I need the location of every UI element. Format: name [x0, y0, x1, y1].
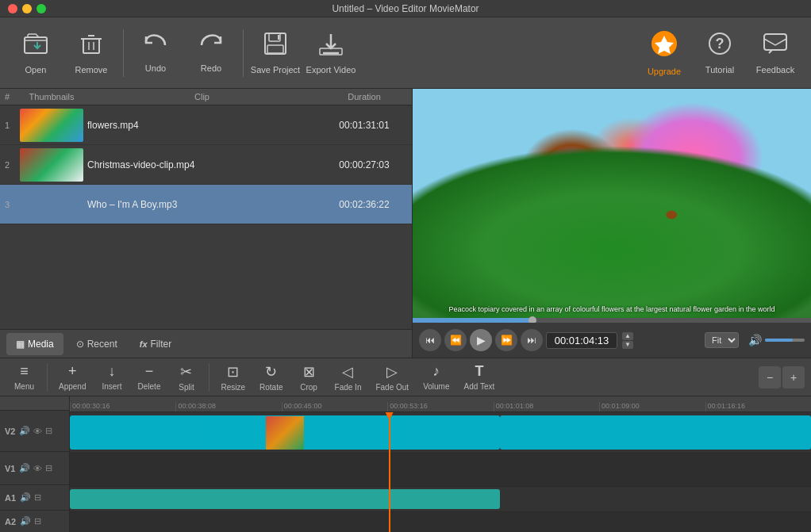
play-button[interactable]: ▶	[470, 329, 492, 351]
media-clip-1: flowers.mp4	[87, 120, 317, 131]
ruler-tick-2: 00:00:38:08	[175, 402, 281, 411]
right-panel: Peacock topiary covered in an array of c…	[413, 89, 811, 358]
clip-block-v2-left[interactable]	[70, 415, 500, 450]
time-stepper: ▲ ▼	[622, 332, 633, 349]
track-row-v2[interactable]	[70, 412, 811, 454]
upgrade-label: Upgrade	[648, 67, 681, 76]
track-lock-a1[interactable]: 🔊	[19, 492, 32, 503]
track-label-a2: A2 🔊 ⊟	[0, 511, 69, 532]
zoom-controls: − +	[759, 366, 805, 388]
crop-label: Crop	[300, 383, 317, 392]
add-text-icon: T	[475, 363, 483, 380]
track-name-a1: A1	[5, 493, 16, 503]
redo-button[interactable]: Redo	[183, 21, 239, 85]
clip-block-v2-right[interactable]	[500, 415, 811, 450]
media-row-num-1: 1	[0, 121, 16, 130]
save-label: Save Project	[251, 65, 300, 75]
track-icons-v1: 🔊 👁 ⊟	[18, 462, 53, 474]
volume-slider[interactable]	[765, 339, 805, 342]
track-mute-a1[interactable]: ⊟	[33, 492, 42, 503]
remove-button[interactable]: Remove	[63, 21, 119, 85]
split-tool[interactable]: ✂ Split	[168, 360, 204, 395]
volume-tl-icon: ♪	[432, 363, 440, 380]
delete-tool[interactable]: − Delete	[131, 360, 167, 394]
add-text-tool[interactable]: T Add Text	[458, 360, 502, 394]
recent-tab-icon: ⊙	[76, 339, 84, 350]
track-eye-v2[interactable]: 👁	[33, 426, 43, 437]
feedback-button[interactable]: Feedback	[748, 21, 803, 85]
filter-tab-icon: fx	[140, 339, 148, 349]
redo-label: Redo	[201, 63, 221, 73]
media-row-3[interactable]: 3 Who – I'm A Boy.mp3 00:02:36:22	[0, 185, 412, 224]
fast-forward-button[interactable]: ⏩	[495, 329, 517, 351]
menu-tool[interactable]: ≡ Menu	[6, 360, 42, 394]
window-controls[interactable]	[8, 4, 46, 13]
clip-block-a1[interactable]	[70, 489, 500, 509]
rewind-button[interactable]: ⏪	[444, 329, 467, 351]
tutorial-button[interactable]: ? Tutorial	[692, 21, 748, 85]
ruler-tick-4: 00:00:53:16	[387, 402, 493, 411]
ruler-tick-5: 00:01:01:08	[494, 402, 599, 411]
media-thumb-2	[16, 147, 87, 183]
open-button[interactable]: Open	[8, 21, 63, 85]
ruler-tick-1: 00:00:30:16	[70, 402, 175, 411]
current-time-input[interactable]	[546, 332, 617, 349]
track-mute-v2[interactable]: ⊟	[44, 425, 53, 437]
minimize-button[interactable]	[22, 4, 32, 13]
track-row-a1[interactable]	[70, 487, 811, 512]
media-row-num-3: 3	[0, 200, 16, 209]
tab-media[interactable]: ▦ Media	[6, 333, 63, 355]
zoom-in-button[interactable]: +	[782, 366, 805, 388]
volume-tool[interactable]: ♪ Volume	[417, 360, 455, 394]
timeline-tracks: V2 🔊 👁 ⊟ V1 🔊 👁 ⊟ A1 🔊	[0, 396, 811, 532]
media-row-num-2: 2	[0, 160, 16, 170]
zoom-out-button[interactable]: −	[759, 366, 781, 388]
track-lock-v1[interactable]: 🔊	[18, 462, 31, 474]
crop-tool[interactable]: ⊠ Crop	[291, 360, 327, 395]
fade-out-tool[interactable]: ▷ Fade Out	[369, 360, 415, 395]
time-step-up[interactable]: ▲	[622, 332, 633, 340]
export-video-button[interactable]: Export Video	[303, 21, 359, 85]
track-icons-a2: 🔊 ⊟	[19, 515, 42, 527]
insert-icon: ↓	[108, 363, 115, 380]
track-mute-a2[interactable]: ⊟	[33, 515, 42, 527]
append-label: Append	[59, 382, 86, 391]
upgrade-button[interactable]: Upgrade	[636, 21, 692, 85]
preview-video: Peacock topiary covered in an array of c…	[413, 89, 811, 318]
skip-to-start-button[interactable]: ⏮	[419, 329, 441, 351]
tl-sep-1	[47, 363, 48, 392]
fit-select[interactable]: Fit	[705, 332, 739, 348]
insert-tool[interactable]: ↓ Insert	[94, 360, 129, 394]
ruler-ticks: 00:00:30:16 00:00:38:08 00:00:45:00 00:0…	[70, 396, 811, 411]
resize-tool[interactable]: ⊡ Resize	[214, 360, 252, 395]
media-row-1[interactable]: 1 flowers.mp4 00:01:31:01	[0, 105, 412, 145]
save-icon	[263, 31, 288, 60]
media-list: # Thumbnails Clip Duration 1 flowers.mp4…	[0, 89, 412, 329]
maximize-button[interactable]	[37, 4, 46, 13]
svg-rect-2	[265, 33, 286, 54]
track-lock-a2[interactable]: 🔊	[19, 515, 32, 527]
track-lock-v2[interactable]: 🔊	[18, 425, 31, 437]
skip-to-end-button[interactable]: ⏭	[521, 329, 543, 351]
menu-label: Menu	[14, 382, 34, 391]
ruler-tick-7: 00:01:16:16	[705, 402, 811, 411]
close-button[interactable]	[8, 4, 17, 13]
track-mute-v1[interactable]: ⊟	[44, 462, 53, 474]
time-step-down[interactable]: ▼	[622, 341, 633, 349]
rotate-tool[interactable]: ↻ Rotate	[253, 360, 289, 395]
track-row-v1[interactable]	[70, 454, 811, 487]
save-project-button[interactable]: Save Project	[248, 21, 303, 85]
media-row-2[interactable]: 2 Christmas-video-clip.mp4 00:00:27:03	[0, 145, 412, 185]
track-row-a2[interactable]	[70, 512, 811, 532]
fade-in-label: Fade In	[335, 383, 362, 392]
tutorial-icon: ?	[707, 31, 732, 60]
tab-filter[interactable]: fx Filter	[130, 333, 181, 355]
append-tool[interactable]: + Append	[52, 360, 92, 394]
fade-in-tool[interactable]: ◁ Fade In	[329, 360, 368, 395]
undo-button[interactable]: Undo	[128, 21, 183, 85]
tab-recent[interactable]: ⊙ Recent	[67, 333, 127, 355]
track-eye-v1[interactable]: 👁	[33, 463, 43, 474]
media-clip-3: Who – I'm A Boy.mp3	[87, 199, 317, 210]
filter-tab-label: Filter	[151, 339, 172, 350]
thumbnail-audio	[20, 188, 83, 221]
